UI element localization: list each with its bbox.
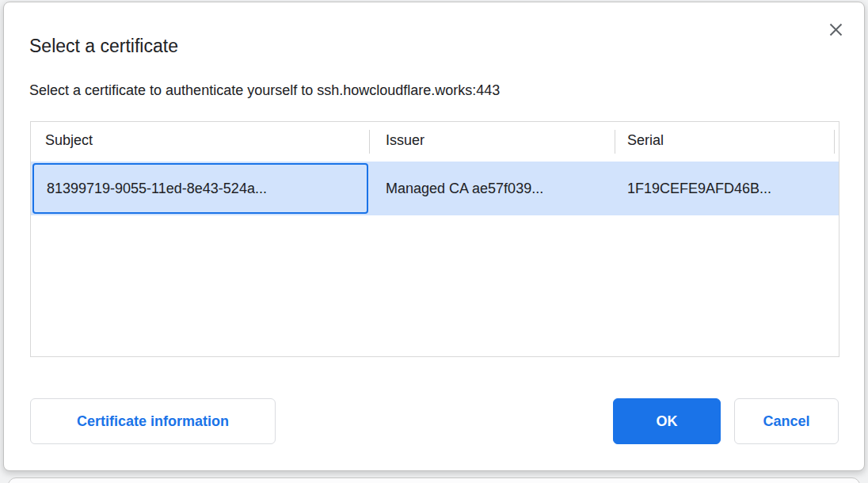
ok-button[interactable]: OK <box>613 398 721 444</box>
column-divider <box>369 130 370 154</box>
certificate-information-button[interactable]: Certificate information <box>30 398 276 444</box>
dialog-subtitle: Select a certificate to authenticate you… <box>29 82 500 99</box>
close-button[interactable] <box>824 18 847 40</box>
close-icon <box>829 23 843 36</box>
certificate-row-selected[interactable]: 81399719-9055-11ed-8e43-524a... Managed … <box>31 162 839 215</box>
subject-value: 81399719-9055-11ed-8e43-524a... <box>47 181 267 197</box>
column-header-serial: Serial <box>627 132 664 149</box>
certificate-select-dialog: Select a certificate Select a certificat… <box>3 2 865 471</box>
cancel-button[interactable]: Cancel <box>734 398 839 444</box>
column-header-issuer: Issuer <box>386 132 424 149</box>
dialog-title: Select a certificate <box>29 36 178 57</box>
certificate-table: Subject Issuer Serial 81399719-9055-11ed… <box>30 121 839 357</box>
column-divider <box>834 130 835 154</box>
column-divider <box>615 130 615 154</box>
subject-cell-focused[interactable]: 81399719-9055-11ed-8e43-524a... <box>32 163 368 214</box>
page-behind-surface <box>8 477 860 483</box>
serial-value: 1F19CEFE9AFD46B... <box>627 162 771 215</box>
column-header-subject: Subject <box>45 132 93 149</box>
table-header-row: Subject Issuer Serial <box>31 122 839 162</box>
issuer-value: Managed CA ae57f039... <box>386 162 543 215</box>
